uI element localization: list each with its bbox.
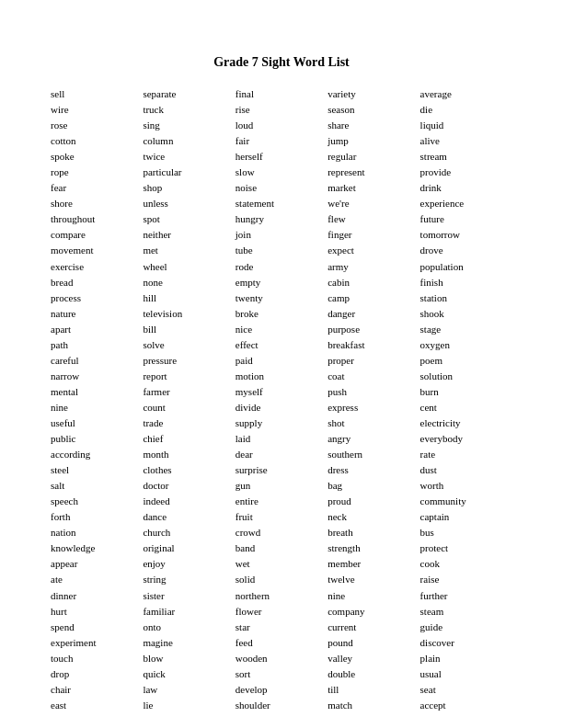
list-item: speech: [51, 494, 143, 509]
list-item: discover: [420, 635, 512, 651]
list-item: gun: [236, 478, 327, 494]
list-item: star: [236, 620, 327, 635]
list-item: shot: [327, 415, 419, 431]
list-item: drove: [420, 243, 512, 258]
list-item: television: [143, 306, 235, 322]
list-item: enjoy: [143, 556, 235, 572]
list-item: rope: [51, 165, 143, 180]
list-item: flower: [236, 604, 327, 620]
list-item: double: [327, 666, 419, 682]
column-5: averagedieliquidalivestreamprovidedrinke…: [420, 86, 512, 713]
list-item: alive: [420, 133, 512, 149]
list-item: wire: [51, 102, 143, 118]
list-item: empty: [236, 275, 327, 290]
list-item: raise: [420, 572, 512, 587]
list-item: paid: [236, 353, 327, 369]
list-item: motion: [236, 369, 327, 384]
list-item: sort: [236, 666, 327, 682]
list-item: experiment: [51, 635, 143, 651]
list-item: southern: [327, 447, 419, 462]
list-item: supply: [236, 415, 327, 431]
list-item: coat: [327, 369, 419, 384]
list-item: breakfast: [327, 337, 419, 353]
list-item: regular: [327, 149, 419, 165]
list-item: narrow: [51, 369, 143, 384]
list-item: east: [51, 698, 143, 713]
list-item: original: [143, 540, 235, 556]
list-item: bread: [51, 275, 143, 290]
list-item: solid: [236, 572, 327, 587]
list-item: hungry: [236, 211, 327, 227]
list-item: station: [420, 290, 512, 306]
list-item: plain: [420, 651, 512, 666]
list-item: proud: [327, 494, 419, 509]
list-item: push: [327, 384, 419, 400]
list-item: poem: [420, 353, 512, 369]
list-item: northern: [236, 588, 327, 604]
list-item: path: [51, 337, 143, 353]
list-item: solve: [143, 337, 235, 353]
list-item: sell: [51, 86, 143, 102]
list-item: stream: [420, 149, 512, 165]
list-item: neck: [327, 509, 419, 525]
list-item: tube: [236, 243, 327, 258]
list-item: column: [143, 133, 235, 149]
list-item: according: [51, 447, 143, 462]
list-item: breath: [327, 525, 419, 540]
list-item: nature: [51, 306, 143, 322]
list-item: community: [420, 494, 512, 509]
list-item: law: [143, 682, 235, 698]
list-item: everybody: [420, 431, 512, 447]
list-item: band: [236, 540, 327, 556]
list-item: drop: [51, 666, 143, 682]
list-item: pound: [327, 635, 419, 651]
list-item: pressure: [143, 353, 235, 369]
list-item: oxygen: [420, 337, 512, 353]
list-item: dance: [143, 509, 235, 525]
list-item: truck: [143, 102, 235, 118]
list-item: entire: [236, 494, 327, 509]
column-3: finalriseloudfairherselfslownoisestateme…: [236, 86, 327, 713]
list-item: broke: [236, 306, 327, 322]
list-item: tomorrow: [420, 227, 512, 243]
list-item: cotton: [51, 133, 143, 149]
list-item: useful: [51, 415, 143, 431]
list-item: rate: [420, 447, 512, 462]
list-item: myself: [236, 384, 327, 400]
list-item: expect: [327, 243, 419, 258]
list-item: feed: [236, 635, 327, 651]
list-item: season: [327, 102, 419, 118]
list-item: wheel: [143, 259, 235, 275]
column-4: varietyseasonsharejumpregularrepresentma…: [327, 86, 419, 713]
list-item: shook: [420, 306, 512, 322]
list-item: nine: [327, 588, 419, 604]
list-item: forth: [51, 509, 143, 525]
list-item: rode: [236, 259, 327, 275]
list-item: jump: [327, 133, 419, 149]
list-item: nice: [236, 322, 327, 337]
list-item: herself: [236, 149, 327, 165]
list-item: laid: [236, 431, 327, 447]
list-item: noise: [236, 180, 327, 196]
list-item: spend: [51, 620, 143, 635]
list-item: army: [327, 259, 419, 275]
list-item: dress: [327, 462, 419, 478]
list-item: met: [143, 243, 235, 258]
list-item: dinner: [51, 588, 143, 604]
list-item: future: [420, 211, 512, 227]
list-item: finger: [327, 227, 419, 243]
list-item: final: [236, 86, 327, 102]
list-item: clothes: [143, 462, 235, 478]
list-item: captain: [420, 509, 512, 525]
list-item: dust: [420, 462, 512, 478]
list-item: sing: [143, 118, 235, 133]
list-item: worth: [420, 478, 512, 494]
list-item: guide: [420, 620, 512, 635]
list-item: hill: [143, 290, 235, 306]
list-item: wet: [236, 556, 327, 572]
list-item: proper: [327, 353, 419, 369]
list-item: finish: [420, 275, 512, 290]
list-item: steam: [420, 604, 512, 620]
list-item: market: [327, 180, 419, 196]
list-item: exercise: [51, 259, 143, 275]
